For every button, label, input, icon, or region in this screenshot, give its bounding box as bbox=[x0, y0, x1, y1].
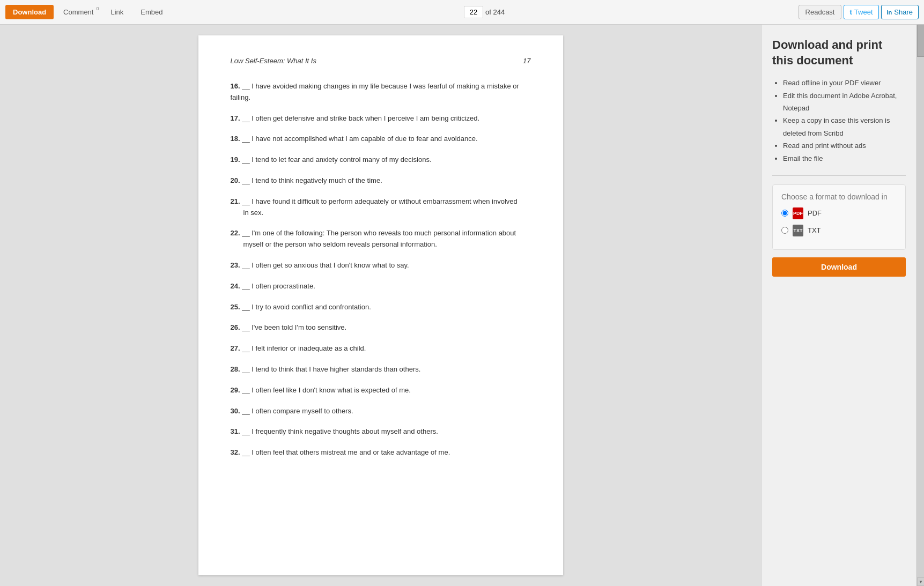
tweet-button[interactable]: t Tweet bbox=[844, 5, 878, 19]
pdf-option[interactable]: PDF PDF bbox=[781, 207, 897, 219]
document-page: Low Self-Esteem: What It Is 17 16. __ I … bbox=[198, 35, 563, 575]
comment-button[interactable]: Comment 0 bbox=[56, 5, 101, 19]
list-item: 21. __ I have found it difficult to perf… bbox=[231, 196, 531, 219]
list-item: 24. __ I often procrastinate. bbox=[231, 281, 531, 292]
divider bbox=[772, 175, 906, 176]
txt-label: TXT bbox=[808, 226, 821, 234]
tweet-label: Tweet bbox=[854, 8, 873, 16]
scroll-down-arrow[interactable]: ▼ bbox=[917, 577, 924, 586]
doc-page-number: 17 bbox=[523, 57, 530, 65]
download-button[interactable]: Download bbox=[5, 5, 54, 19]
readcast-button[interactable]: Readcast bbox=[799, 5, 842, 19]
list-item: 16. __ I have avoided making changes in … bbox=[231, 81, 531, 103]
txt-radio[interactable] bbox=[781, 227, 788, 234]
right-panel: Download and print this document Read of… bbox=[761, 25, 916, 586]
pdf-radio[interactable] bbox=[781, 210, 788, 217]
share-label: Share bbox=[894, 8, 913, 16]
list-item: 31. __ I frequently think negative thoug… bbox=[231, 426, 531, 437]
list-item: 23. __ I often get so anxious that I don… bbox=[231, 260, 531, 271]
list-item: 29. __ I often feel like I don't know wh… bbox=[231, 385, 531, 396]
pdf-label: PDF bbox=[808, 209, 822, 217]
list-item: 32. __ I often feel that others mistreat… bbox=[231, 447, 531, 458]
list-item: 26. __ I've been told I'm too sensitive. bbox=[231, 322, 531, 333]
feature-item: Keep a copy in case this version is dele… bbox=[783, 114, 906, 139]
list-item: 17. __ I often get defensive and strike … bbox=[231, 113, 531, 124]
format-section: Choose a format to download in PDF PDF T… bbox=[772, 184, 906, 250]
scrollbar-thumb[interactable] bbox=[917, 25, 924, 57]
pdf-icon: PDF bbox=[793, 207, 803, 219]
main-area: Low Self-Esteem: What It Is 17 16. __ I … bbox=[0, 25, 924, 586]
doc-title: Low Self-Esteem: What It Is bbox=[231, 57, 316, 65]
twitter-icon: t bbox=[849, 8, 852, 16]
scrollbar: ▲ ▼ bbox=[916, 25, 924, 586]
page-navigation: of 244 bbox=[464, 6, 505, 18]
share-button[interactable]: in Share bbox=[881, 5, 919, 19]
feature-item: Read offline in your PDF viewer bbox=[783, 77, 906, 89]
panel-title: Download and print this document bbox=[772, 38, 906, 68]
page-number-input[interactable] bbox=[464, 6, 483, 18]
list-item: 28. __ I tend to think that I have highe… bbox=[231, 364, 531, 375]
feature-item: Email the file bbox=[783, 152, 906, 165]
list-item: 20. __ I tend to think negatively much o… bbox=[231, 175, 531, 187]
feature-item: Edit this document in Adobe Acrobat, Not… bbox=[783, 90, 906, 115]
list-item: 18. __ I have not accomplished what I am… bbox=[231, 133, 531, 145]
document-viewer[interactable]: Low Self-Esteem: What It Is 17 16. __ I … bbox=[0, 25, 761, 586]
list-item: 22. __ I'm one of the following: The per… bbox=[231, 228, 531, 250]
total-pages: of 244 bbox=[485, 8, 505, 16]
comment-badge: 0 bbox=[96, 6, 99, 11]
list-item: 19. __ I tend to let fear and anxiety co… bbox=[231, 154, 531, 166]
link-button[interactable]: Link bbox=[103, 5, 131, 19]
list-item: 25. __ I try to avoid conflict and confr… bbox=[231, 302, 531, 313]
feature-item: Read and print without ads bbox=[783, 139, 906, 152]
list-item: 30. __ I often compare myself to others. bbox=[231, 406, 531, 417]
doc-header: Low Self-Esteem: What It Is 17 bbox=[231, 57, 531, 65]
format-title: Choose a format to download in bbox=[781, 192, 897, 201]
features-list: Read offline in your PDF viewerEdit this… bbox=[772, 77, 906, 165]
doc-items-container: 16. __ I have avoided making changes in … bbox=[231, 81, 531, 458]
linkedin-icon: in bbox=[887, 9, 892, 16]
comment-label: Comment bbox=[63, 8, 93, 16]
toolbar: Download Comment 0 Link Embed of 244 Rea… bbox=[0, 0, 924, 25]
panel-download-button[interactable]: Download bbox=[772, 257, 906, 277]
txt-option[interactable]: TXT TXT bbox=[781, 225, 897, 236]
txt-icon: TXT bbox=[793, 225, 803, 236]
embed-button[interactable]: Embed bbox=[133, 5, 170, 19]
list-item: 27. __ I felt inferior or inadequate as … bbox=[231, 343, 531, 354]
